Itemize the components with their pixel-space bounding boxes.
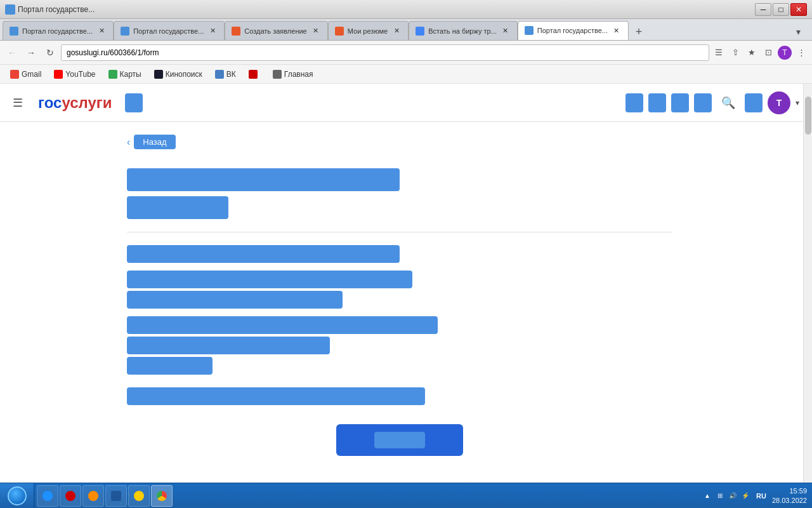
bookmark-home-label: Главная	[284, 70, 313, 79]
button-block	[127, 424, 672, 456]
maps-favicon	[108, 70, 117, 79]
reload-button[interactable]: ↻	[42, 44, 58, 61]
content-line-3	[127, 316, 438, 334]
header-nav-2[interactable]	[648, 93, 666, 112]
bookmark-kino[interactable]: Кинопоиск	[149, 69, 207, 80]
tab-6[interactable]: Портал государстве... ✕	[518, 21, 629, 40]
page-title-block	[127, 168, 672, 219]
minimize-button[interactable]: ─	[755, 3, 771, 16]
header-tag[interactable]	[125, 93, 143, 112]
scroll-thumb[interactable]	[805, 97, 811, 135]
bookmarks-bar: Gmail YouTube Карты Кинопоиск ВК Главная	[0, 65, 812, 84]
scrollbar[interactable]	[803, 84, 812, 483]
tab-3-close[interactable]: ✕	[311, 26, 321, 36]
tab-overflow-button[interactable]: ▾	[789, 23, 807, 40]
bookmark-gmail[interactable]: Gmail	[5, 69, 46, 80]
taskbar-chrome[interactable]	[151, 485, 173, 507]
tab-5-favicon	[416, 27, 424, 36]
taskbar: ▲ ⊞ 🔊 ⚡ RU 15:59 28.03.2022	[0, 483, 812, 508]
tray-network-icon: ⊞	[715, 491, 725, 501]
header-nav-5[interactable]	[745, 93, 763, 112]
user-dropdown-arrow[interactable]: ▾	[796, 98, 799, 107]
bookmark-maps[interactable]: Карты	[103, 69, 147, 80]
header-nav-3[interactable]	[671, 93, 689, 112]
new-tab-button[interactable]: +	[630, 23, 648, 40]
bookmark-vk-label: ВК	[226, 70, 236, 79]
share-icon[interactable]: ⇧	[728, 46, 742, 60]
back-button[interactable]: ‹ Назад	[127, 135, 176, 149]
header-nav: 🔍 T ▾	[625, 91, 799, 114]
taskbar-yandex[interactable]	[128, 485, 150, 507]
taskbar-media[interactable]	[82, 485, 104, 507]
system-tray: ▲ ⊞ 🔊 ⚡	[702, 491, 750, 501]
tab-6-title: Портал государстве...	[537, 27, 608, 34]
header-nav-1[interactable]	[625, 93, 643, 112]
ie-icon	[43, 491, 53, 501]
tab-4-close[interactable]: ✕	[391, 26, 402, 36]
tab-5[interactable]: Встать на биржу тр... ✕	[409, 21, 518, 40]
bookmark-kino-label: Кинопоиск	[166, 70, 202, 79]
clock-time: 15:59	[772, 486, 807, 495]
taskbar-opera[interactable]	[60, 485, 81, 507]
tab-bar: Портал государстве... ✕ Портал государст…	[0, 19, 812, 41]
address-icons: ☰ ⇧ ★ ⊡ T ⋮	[712, 46, 808, 60]
bookmark-antivirus[interactable]	[244, 69, 265, 80]
forward-nav-button[interactable]: →	[23, 44, 39, 61]
tab-4[interactable]: Мои резюме ✕	[328, 21, 409, 40]
tab-4-favicon	[335, 27, 344, 36]
user-avatar[interactable]: T	[768, 91, 790, 114]
tab-1-close[interactable]: ✕	[96, 26, 107, 36]
youtube-favicon	[54, 70, 63, 79]
tab-split-icon[interactable]: ⊡	[761, 46, 775, 60]
back-nav-button[interactable]: ←	[4, 44, 20, 61]
bookmark-star-icon[interactable]: ★	[745, 46, 759, 60]
tab-5-title: Встать на биржу тр...	[428, 27, 497, 35]
chrome-icon	[5, 4, 15, 15]
taskbar-ie[interactable]	[37, 485, 58, 507]
back-arrow-icon: ‹	[127, 137, 130, 148]
start-button[interactable]	[0, 483, 34, 509]
language-indicator[interactable]: RU	[754, 491, 768, 500]
header-nav-4[interactable]	[694, 93, 712, 112]
clock-date: 28.03.2022	[772, 496, 807, 505]
close-button[interactable]: ✕	[790, 3, 807, 16]
bookmark-youtube[interactable]: YouTube	[49, 69, 100, 80]
word-icon	[111, 491, 121, 501]
search-button[interactable]: 🔍	[717, 91, 740, 114]
tab-5-close[interactable]: ✕	[501, 26, 511, 36]
tab-1[interactable]: Портал государстве... ✕	[3, 21, 114, 40]
vk-favicon	[215, 70, 224, 79]
address-bar: ← → ↻ ☰ ⇧ ★ ⊡ T ⋮	[0, 41, 812, 65]
maximize-button[interactable]: □	[773, 3, 789, 16]
gmail-favicon	[10, 70, 19, 79]
taskbar-right: ▲ ⊞ 🔊 ⚡ RU 15:59 28.03.2022	[697, 486, 812, 505]
tray-volume-icon: 🔊	[728, 491, 738, 501]
menu-icon[interactable]: ⋮	[794, 46, 808, 60]
address-input[interactable]	[61, 44, 709, 61]
tab-3-favicon	[232, 27, 240, 36]
taskbar-word[interactable]	[105, 485, 127, 507]
gosuslugi-logo: госуслуги	[38, 94, 112, 112]
tab-4-title: Мои резюме	[348, 27, 388, 35]
profile-icon[interactable]: T	[778, 46, 792, 60]
tab-6-close[interactable]: ✕	[612, 25, 622, 36]
back-label[interactable]: Назад	[134, 135, 175, 149]
content-line-1	[127, 245, 400, 263]
tab-2[interactable]: Портал государстве... ✕	[114, 21, 225, 40]
tray-up-arrow[interactable]: ▲	[702, 491, 712, 501]
content-line-3b	[127, 337, 330, 354]
tab-2-title: Портал государстве...	[133, 27, 204, 35]
tab-2-close[interactable]: ✕	[207, 26, 218, 36]
submit-button[interactable]	[336, 424, 463, 456]
taskbar-apps	[34, 483, 175, 508]
window-title: Портал государстве...	[18, 5, 95, 14]
content-line-2b	[127, 291, 343, 309]
reader-mode-icon[interactable]: ☰	[712, 46, 726, 60]
gosuslugi-header: ☰ госуслуги 🔍 T ▾	[0, 84, 812, 122]
content-line-3c	[127, 357, 213, 375]
bookmark-vk[interactable]: ВК	[210, 69, 241, 80]
burger-menu-icon[interactable]: ☰	[13, 96, 23, 110]
tab-3[interactable]: Создать заявление ✕	[225, 21, 327, 40]
bookmark-youtube-label: YouTube	[65, 70, 95, 79]
bookmark-home[interactable]: Главная	[268, 69, 318, 80]
